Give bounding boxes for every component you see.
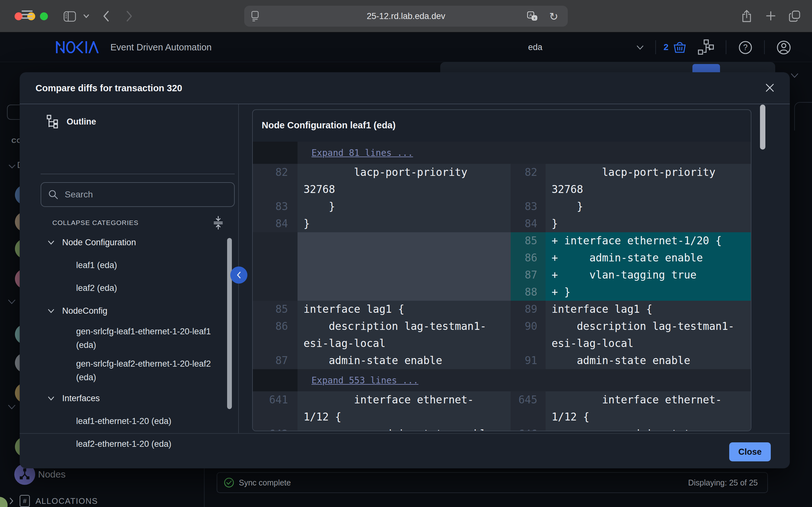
window-zoom-button[interactable] — [40, 12, 48, 20]
back-button[interactable] — [102, 10, 110, 22]
sidebar-item-allocations[interactable]: # ALLOCATIONS — [9, 495, 98, 507]
expand-lines-link[interactable]: Expand 553 lines ... — [311, 375, 418, 386]
code-line: } — [304, 198, 511, 215]
avatar — [0, 497, 8, 507]
forward-button[interactable] — [125, 10, 133, 22]
tree-label: gen-srlcfg-leaf1-ethernet-1-20-leaf1 (ed… — [76, 325, 225, 352]
allocations-icon: # — [20, 495, 30, 507]
table-footer: Sync complete Displaying: 25 of 25 — [217, 472, 768, 493]
outline-tree: Node Configurationleaf1 (eda)leaf2 (eda)… — [20, 231, 229, 460]
topology-icon[interactable] — [698, 39, 714, 55]
search-input[interactable] — [65, 189, 217, 200]
tree-label: leaf1-ethernet-1-20 (eda) — [76, 414, 225, 428]
tree-item[interactable]: gen-srlcfg-leaf2-ethernet-1-20-leaf2 (ed… — [20, 354, 229, 387]
code-line: description lag-testman1- — [304, 318, 511, 335]
share-icon[interactable] — [742, 9, 752, 23]
left-line-number-empty — [253, 232, 298, 301]
sidebar-divider — [41, 174, 235, 174]
tree-item[interactable]: leaf1 (eda) — [20, 254, 229, 277]
close-button[interactable]: Close — [729, 442, 771, 461]
code-line: + interface ethernet-1/20 { — [552, 232, 751, 249]
namespace-chevron-icon[interactable] — [636, 45, 644, 50]
tree-scrollbar[interactable] — [227, 238, 232, 409]
url-text: 25-12.rd.lab.eda.dev — [244, 6, 568, 26]
tab-overview-icon[interactable] — [789, 10, 801, 22]
expand-lines-link[interactable]: Expand 81 lines ... — [311, 148, 413, 158]
tree-item[interactable]: leaf2 (eda) — [20, 277, 229, 299]
modal-close-icon[interactable] — [763, 81, 776, 95]
right-code-cell: + interface ethernet-1/20 {+ admin-state… — [546, 232, 751, 301]
line-number: 87 — [511, 267, 537, 284]
right-line-number: 91 — [511, 352, 546, 369]
right-code-cell: description lag-testman1-esi-lag-local — [546, 318, 751, 352]
diff-panel: Node Configuration leaf1 (eda) Expand 81… — [252, 109, 751, 431]
displaying-count: Displaying: 25 of 25 — [688, 473, 758, 493]
diff-row: 84}84} — [253, 215, 751, 232]
code-line: 32768 — [304, 181, 511, 198]
code-line: esi-lag-local — [552, 335, 751, 352]
left-line-number: 82 — [253, 164, 298, 198]
menu-hamburger-icon[interactable] — [21, 8, 33, 21]
tree-category[interactable]: InterfaceState — [20, 455, 229, 460]
tree-label: gen-srlcfg-leaf2-ethernet-1-20-leaf2 (ed… — [76, 357, 225, 384]
browser-toolbar: 25-12.rd.lab.eda.dev A x ↻ — [0, 0, 812, 32]
reload-icon[interactable]: ↻ — [549, 10, 559, 23]
search-icon — [48, 189, 58, 200]
transaction-basket-icon[interactable] — [672, 40, 687, 55]
code-line: + } — [552, 284, 751, 301]
code-line: admin-state enable — [304, 426, 511, 431]
right-code-cell: admin-state — [546, 426, 751, 431]
check-circle-icon — [223, 477, 235, 488]
left-code-cell: } — [298, 198, 511, 215]
user-account-icon[interactable] — [776, 40, 791, 55]
new-tab-icon[interactable] — [765, 10, 776, 21]
right-line-number: 89 — [511, 301, 546, 318]
chevron-down-icon — [48, 396, 55, 401]
tree-item[interactable]: gen-srlcfg-leaf1-ethernet-1-20-leaf1 (ed… — [20, 322, 229, 354]
modal-footer-divider — [20, 433, 790, 434]
tree-category[interactable]: Node Configuration — [20, 231, 229, 254]
help-icon[interactable]: ? — [739, 41, 752, 55]
modal-scrollbar[interactable] — [760, 105, 765, 150]
diff-row: 642 admin-state enable646 admin-state — [253, 426, 751, 431]
app-title: Event Driven Automation — [110, 32, 212, 62]
sidebar-toggle-icon[interactable] — [63, 11, 76, 22]
tree-item[interactable]: leaf1-ethernet-1-20 (eda) — [20, 410, 229, 433]
left-line-number: 87 — [253, 352, 298, 369]
sidebar-chevron-icon[interactable] — [83, 14, 90, 18]
sidebar-collapse-toggle[interactable] — [230, 267, 247, 284]
right-code-cell: admin-state enable — [546, 352, 751, 369]
left-code-cell: admin-state enable — [298, 426, 511, 431]
code-line: interface lag1 { — [552, 301, 751, 318]
namespace-selector[interactable]: eda — [528, 32, 542, 62]
sidebar-item-nodes[interactable]: Nodes — [38, 469, 66, 480]
tree-label: leaf1 (eda) — [76, 259, 225, 272]
modal-title: Compare diffs for transaction 320 — [36, 83, 183, 94]
line-number: 85 — [511, 232, 537, 249]
code-line: 1/12 { — [304, 408, 511, 426]
code-line: + admin-state enable — [552, 249, 751, 267]
left-line-number: 85 — [253, 301, 298, 318]
app-header: Event Driven Automation eda 2 ? — [0, 32, 812, 62]
diff-row: 83 }83 } — [253, 198, 751, 215]
address-bar[interactable]: 25-12.rd.lab.eda.dev A x ↻ — [244, 6, 568, 26]
chevron-down-icon — [48, 308, 55, 314]
left-code-cell: admin-state enable — [298, 352, 511, 369]
translate-icon[interactable]: A x — [527, 11, 538, 21]
code-line: } — [552, 198, 751, 215]
diff-row: 85interface lag1 {89interface lag1 { — [253, 301, 751, 318]
code-line: 32768 — [552, 181, 751, 198]
tree-label: leaf2-ethernet-1-20 (eda) — [76, 437, 225, 451]
outline-search[interactable] — [41, 182, 235, 207]
tree-item[interactable]: leaf2-ethernet-1-20 (eda) — [20, 433, 229, 455]
right-line-number: 84 — [511, 215, 546, 232]
collapse-all-icon[interactable] — [213, 216, 223, 230]
chevron-right-icon — [9, 497, 14, 505]
sync-status: Sync complete — [223, 473, 291, 493]
tree-category[interactable]: NodeConfig — [20, 299, 229, 322]
diff-row: 85868788+ interface ethernet-1/20 {+ adm… — [253, 232, 751, 301]
tree-category[interactable]: Interfaces — [20, 387, 229, 410]
outline-title: Outline — [67, 117, 96, 127]
outline-sidebar: Outline COLLAPSE CATEGORIES Node Configu… — [20, 104, 239, 433]
nokia-logo — [56, 41, 103, 53]
